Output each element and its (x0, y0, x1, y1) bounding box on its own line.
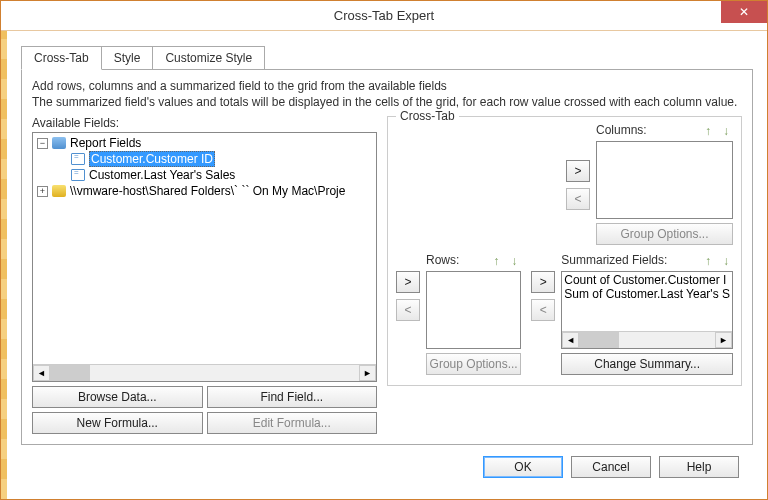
tree-label-selected: Customer.Customer ID (89, 151, 215, 167)
edit-formula-button: Edit Formula... (207, 412, 378, 434)
remove-row-button: < (396, 299, 420, 321)
report-icon (52, 137, 66, 149)
crosstab-legend: Cross-Tab (396, 109, 459, 123)
scroll-right-icon[interactable]: ► (715, 332, 732, 348)
row-up-icon[interactable]: ↑ (489, 254, 503, 268)
scroll-left-icon[interactable]: ◄ (562, 332, 579, 348)
scroll-track[interactable] (579, 332, 715, 348)
tab-style[interactable]: Style (101, 46, 154, 70)
rows-label: Rows: (426, 253, 459, 267)
summary-down-icon[interactable]: ↓ (719, 254, 733, 268)
dialog-footer: OK Cancel Help (21, 445, 753, 489)
available-fields-label: Available Fields: (32, 116, 377, 130)
tree-node-field[interactable]: Customer.Customer ID (67, 151, 376, 167)
add-column-button[interactable]: > (566, 160, 590, 182)
crosstab-expert-dialog: Cross-Tab Expert ✕ Cross-Tab Style Custo… (0, 0, 768, 500)
window-title: Cross-Tab Expert (1, 8, 767, 23)
description-line2: The summarized field's values and totals… (32, 95, 737, 109)
scroll-thumb[interactable] (50, 365, 90, 381)
field-icon (71, 169, 85, 181)
description-line1: Add rows, columns and a summarized field… (32, 79, 447, 93)
summarized-label: Summarized Fields: (561, 253, 667, 267)
scroll-thumb[interactable] (579, 332, 619, 348)
find-field-button[interactable]: Find Field... (207, 386, 378, 408)
remove-summary-button: < (531, 299, 555, 321)
tree-label: \\vmware-host\Shared Folders\` `` On My … (70, 184, 345, 198)
rows-listbox[interactable] (426, 271, 521, 349)
available-fields-tree[interactable]: − Report Fields Customer.Customer ID (32, 132, 377, 382)
tab-panel: Add rows, columns and a summarized field… (21, 69, 753, 445)
remove-column-button: < (566, 188, 590, 210)
help-button[interactable]: Help (659, 456, 739, 478)
columns-listbox[interactable] (596, 141, 733, 219)
rows-group-options-button: Group Options... (426, 353, 521, 375)
close-button[interactable]: ✕ (721, 1, 767, 23)
cancel-button[interactable]: Cancel (571, 456, 651, 478)
description: Add rows, columns and a summarized field… (32, 78, 742, 110)
column-down-icon[interactable]: ↓ (719, 124, 733, 138)
add-summary-button[interactable]: > (531, 271, 555, 293)
tab-customize-style[interactable]: Customize Style (152, 46, 265, 70)
titlebar: Cross-Tab Expert ✕ (1, 1, 767, 31)
tree-node-field[interactable]: Customer.Last Year's Sales (67, 167, 376, 183)
close-icon: ✕ (739, 5, 749, 19)
crosstab-group: Cross-Tab > < Columns: (387, 116, 742, 386)
tree-label: Report Fields (70, 136, 141, 150)
expand-icon[interactable]: + (37, 186, 48, 197)
summary-up-icon[interactable]: ↑ (701, 254, 715, 268)
scroll-track[interactable] (50, 365, 359, 381)
row-down-icon[interactable]: ↓ (507, 254, 521, 268)
new-formula-button[interactable]: New Formula... (32, 412, 203, 434)
collapse-icon[interactable]: − (37, 138, 48, 149)
columns-label: Columns: (596, 123, 647, 137)
ok-button[interactable]: OK (483, 456, 563, 478)
field-icon (71, 153, 85, 165)
tab-crosstab[interactable]: Cross-Tab (21, 46, 102, 70)
change-summary-button[interactable]: Change Summary... (561, 353, 733, 375)
list-item[interactable]: Sum of Customer.Last Year's S (564, 287, 730, 301)
tab-strip: Cross-Tab Style Customize Style (21, 46, 753, 70)
summarized-listbox[interactable]: Count of Customer.Customer I Sum of Cust… (561, 271, 733, 349)
scroll-left-icon[interactable]: ◄ (33, 365, 50, 381)
tree-node-datasource[interactable]: + \\vmware-host\Shared Folders\` `` On M… (33, 183, 376, 199)
tree-node-report-fields[interactable]: − Report Fields (33, 135, 376, 151)
scroll-right-icon[interactable]: ► (359, 365, 376, 381)
tree-label: Customer.Last Year's Sales (89, 168, 235, 182)
horizontal-scrollbar[interactable]: ◄ ► (562, 331, 732, 348)
horizontal-scrollbar[interactable]: ◄ ► (33, 364, 376, 381)
column-up-icon[interactable]: ↑ (701, 124, 715, 138)
database-icon (52, 185, 66, 197)
list-item[interactable]: Count of Customer.Customer I (564, 273, 730, 287)
columns-group-options-button: Group Options... (596, 223, 733, 245)
browse-data-button[interactable]: Browse Data... (32, 386, 203, 408)
add-row-button[interactable]: > (396, 271, 420, 293)
